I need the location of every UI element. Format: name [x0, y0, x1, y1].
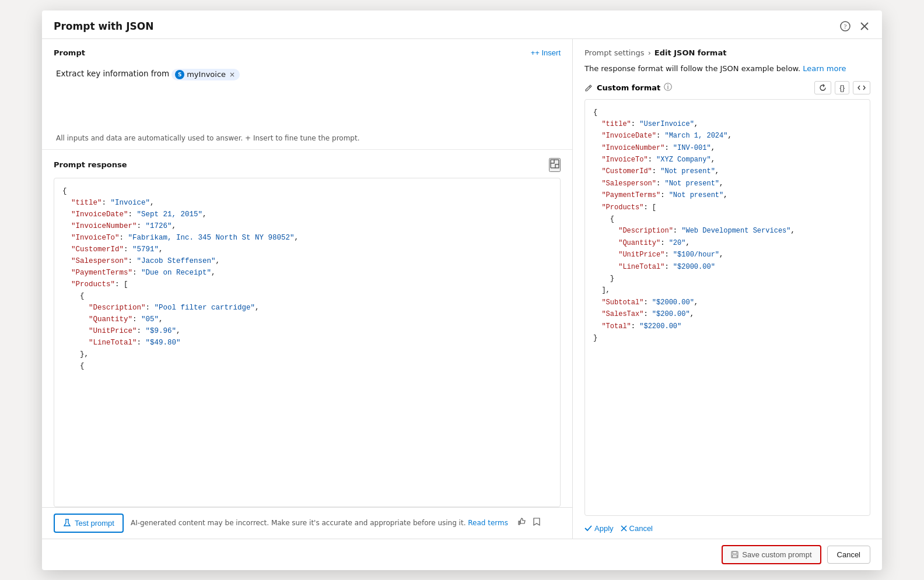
svg-rect-16	[733, 555, 737, 557]
help-icon: ?	[840, 21, 850, 31]
response-code-area: { "title": "Invoice", "InvoiceDate": "Se…	[54, 178, 561, 507]
info-icon[interactable]: ⓘ	[664, 82, 672, 93]
prompt-text: Extract key information from	[56, 69, 169, 78]
prompt-section-header: Prompt + + Insert	[54, 48, 561, 57]
dialog-footer: Save custom prompt Cancel	[42, 539, 882, 570]
prompt-hint: All inputs and data are automatically us…	[54, 134, 561, 142]
breadcrumb-sep: ›	[648, 48, 651, 57]
svg-text:?: ?	[844, 23, 847, 30]
feedback-icons	[517, 517, 541, 529]
save-custom-prompt-button[interactable]: Save custom prompt	[722, 545, 821, 564]
read-terms-link[interactable]: Read terms	[468, 519, 508, 527]
learn-more-link[interactable]: Learn more	[803, 64, 846, 73]
thumbs-up-icon	[517, 517, 527, 526]
close-icon	[860, 22, 869, 31]
main-dialog: Prompt with JSON ? Prompt	[42, 10, 882, 570]
tag-name: myInvoice	[187, 70, 226, 79]
code-view-button[interactable]	[853, 81, 870, 94]
checkmark-icon	[584, 525, 592, 532]
breadcrumb-parent: Prompt settings	[584, 48, 645, 57]
beaker-icon	[63, 519, 71, 527]
cancel-button[interactable]: Cancel	[621, 524, 653, 533]
response-header: Prompt response	[54, 158, 561, 172]
code-icon	[858, 85, 866, 91]
custom-format-header: Custom format ⓘ {}	[584, 81, 870, 94]
thumbs-up-button[interactable]	[517, 517, 527, 529]
dialog-body: Prompt + + Insert Extract key informatio…	[42, 39, 882, 539]
custom-format-label: Custom format	[597, 83, 660, 92]
expand-icon	[550, 159, 559, 168]
left-panel: Prompt + + Insert Extract key informatio…	[42, 39, 573, 539]
close-button[interactable]	[859, 20, 870, 32]
prompt-input-area[interactable]: Extract key information from S myInvoice…	[54, 64, 561, 99]
bookmark-icon	[533, 517, 541, 526]
right-panel: Prompt settings › Edit JSON format The r…	[573, 39, 882, 539]
svg-rect-4	[551, 160, 554, 163]
svg-rect-5	[555, 164, 559, 168]
refresh-button[interactable]	[814, 81, 831, 94]
refresh-icon	[819, 84, 827, 92]
response-section: Prompt response { "tit	[42, 150, 572, 507]
format-toolbar: {}	[814, 81, 870, 94]
breadcrumb-current: Edit JSON format	[654, 48, 727, 57]
prompt-label: Prompt	[54, 48, 85, 57]
json-view-button[interactable]: {}	[835, 81, 849, 94]
response-label: Prompt response	[54, 160, 127, 169]
tag-close-icon[interactable]: ×	[229, 71, 235, 79]
test-prompt-button[interactable]: Test prompt	[54, 514, 124, 533]
x-icon	[621, 525, 627, 532]
expand-button[interactable]	[549, 158, 561, 172]
bottom-bar: Test prompt AI-generated content may be …	[42, 507, 572, 539]
breadcrumb: Prompt settings › Edit JSON format	[584, 48, 870, 57]
dialog-header: Prompt with JSON ?	[42, 10, 882, 39]
tag-icon: S	[175, 70, 184, 79]
footer-cancel-button[interactable]: Cancel	[827, 546, 870, 564]
dialog-title: Prompt with JSON	[54, 20, 153, 32]
prompt-section: Prompt + + Insert Extract key informatio…	[42, 39, 572, 150]
format-code-area: { "title": "UserInvoice", "InvoiceDate":…	[584, 99, 870, 516]
right-actions: Apply Cancel	[584, 516, 870, 539]
header-icons: ?	[839, 20, 870, 33]
right-description: The response format will follow the JSON…	[584, 64, 870, 73]
insert-plus-icon: +	[531, 48, 536, 57]
prompt-tag: S myInvoice ×	[172, 69, 240, 80]
disclaimer-text: AI-generated content may be incorrect. M…	[131, 519, 508, 527]
help-button[interactable]: ?	[839, 20, 852, 33]
apply-button[interactable]: Apply	[584, 524, 614, 533]
insert-button[interactable]: + + Insert	[531, 48, 561, 57]
save-icon	[731, 551, 738, 558]
svg-line-11	[589, 86, 590, 87]
bookmark-button[interactable]	[533, 517, 541, 529]
pen-icon	[584, 83, 593, 92]
